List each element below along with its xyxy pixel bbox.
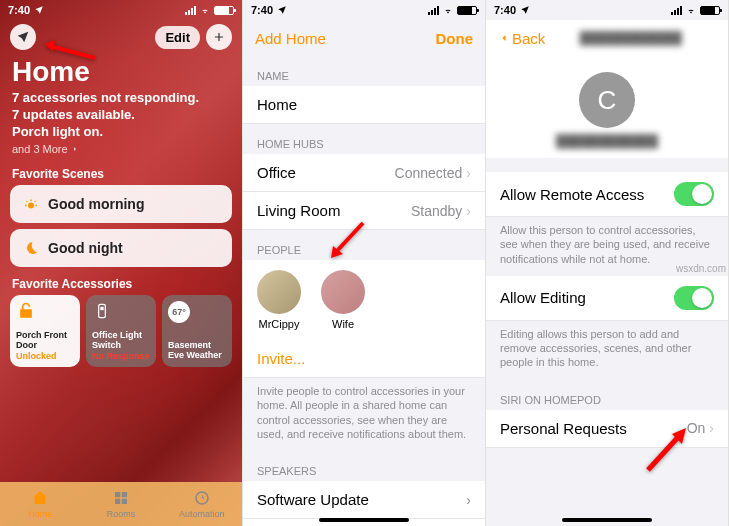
scene-label: Good morning <box>48 196 144 212</box>
wifi-icon <box>442 6 454 15</box>
scene-good-night[interactable]: Good night <box>10 229 232 267</box>
plus-icon <box>212 30 226 44</box>
tile-state: No Response <box>92 351 150 361</box>
home-indicator[interactable] <box>562 518 652 522</box>
location-icon <box>520 5 530 15</box>
status-bar: 7:40 <box>0 0 242 20</box>
wifi-icon <box>199 6 211 15</box>
back-button[interactable]: Back <box>498 30 545 47</box>
people-row: MrCippy Wife <box>243 260 485 340</box>
home-name-input[interactable] <box>257 96 471 113</box>
battery-icon <box>457 6 477 15</box>
hub-office[interactable]: Office Connected› <box>243 154 485 192</box>
person-email-redacted: ████████████ <box>556 134 658 148</box>
svg-rect-3 <box>115 492 120 497</box>
allow-editing-row: Allow Editing <box>486 276 728 321</box>
phone-home-settings: 7:40 Add Home Done NAME HOME HUBS Office… <box>243 0 486 526</box>
editing-footer: Editing allows this person to add and re… <box>486 321 728 380</box>
location-arrow-icon <box>16 30 30 44</box>
lock-open-icon <box>16 301 36 321</box>
add-home-button[interactable]: Add Home <box>255 30 326 47</box>
svg-rect-4 <box>122 492 127 497</box>
location-icon <box>34 5 44 15</box>
tile-porch-door[interactable]: Porch Front Door Unlocked <box>10 295 80 367</box>
nav-bar: Add Home Done <box>243 20 485 56</box>
battery-icon <box>700 6 720 15</box>
tile-name: Office Light Switch <box>92 331 150 351</box>
home-status-1: 7 accessories not responding. <box>0 90 242 107</box>
avatar <box>321 270 365 314</box>
tab-rooms[interactable]: Rooms <box>81 482 162 526</box>
switch-icon <box>92 301 112 321</box>
location-icon <box>277 5 287 15</box>
chevron-left-icon <box>498 30 510 46</box>
svg-rect-1 <box>99 304 106 317</box>
svg-rect-5 <box>115 499 120 504</box>
add-button[interactable] <box>206 24 232 50</box>
red-arrow-annotation <box>323 218 373 272</box>
svg-rect-6 <box>122 499 127 504</box>
svg-point-0 <box>28 202 34 208</box>
temp-icon: 67° <box>168 301 190 323</box>
tile-state: Unlocked <box>16 351 74 361</box>
home-status-3: Porch light on. <box>0 124 242 141</box>
avatar <box>257 270 301 314</box>
battery-icon <box>214 6 234 15</box>
tile-office-switch[interactable]: Office Light Switch No Response <box>86 295 156 367</box>
scenes-header: Favorite Scenes <box>0 167 242 185</box>
siri-header: SIRI ON HOMEPOD <box>486 380 728 410</box>
remote-access-row: Allow Remote Access <box>486 172 728 217</box>
nav-bar: Back ████████████ <box>486 20 728 56</box>
name-field-row[interactable] <box>243 86 485 124</box>
status-bar: 7:40 <box>486 0 728 20</box>
person-wife[interactable]: Wife <box>321 270 365 330</box>
status-time: 7:40 <box>251 4 273 16</box>
chevron-right-icon: › <box>466 492 471 508</box>
person-header: C ████████████ <box>486 56 728 158</box>
done-button[interactable]: Done <box>436 30 474 47</box>
wifi-icon <box>685 6 697 15</box>
accessories-header: Favorite Accessories <box>0 277 242 295</box>
scene-label: Good night <box>48 240 123 256</box>
home-indicator[interactable] <box>319 518 409 522</box>
signal-icon <box>185 6 196 15</box>
home-icon <box>31 489 49 507</box>
scene-good-morning[interactable]: Good morning <box>10 185 232 223</box>
name-header: NAME <box>243 56 485 86</box>
chevron-right-icon: › <box>466 165 471 181</box>
status-time: 7:40 <box>494 4 516 16</box>
invite-footer: Invite people to control accessories in … <box>243 378 485 451</box>
invite-link[interactable]: Invite... <box>243 340 485 378</box>
svg-rect-2 <box>100 307 103 310</box>
nav-title-redacted: ████████████ <box>580 31 682 45</box>
tab-automation[interactable]: Automation <box>161 482 242 526</box>
phone-home: 7:40 Edit Home 7 accessories <box>0 0 243 526</box>
avatar-large: C <box>579 72 635 128</box>
chevron-right-icon: › <box>466 203 471 219</box>
chevron-right-icon <box>71 145 79 153</box>
remote-access-toggle[interactable] <box>674 182 714 206</box>
tab-home[interactable]: Home <box>0 482 81 526</box>
rooms-icon <box>112 489 130 507</box>
watermark: wsxdn.com <box>676 263 726 274</box>
software-update-row[interactable]: Software Update › <box>243 481 485 519</box>
signal-icon <box>428 6 439 15</box>
home-status-2: 7 updates available. <box>0 107 242 124</box>
red-arrow-annotation <box>638 420 698 484</box>
speakers-header: SPEAKERS <box>243 451 485 481</box>
tile-name: Porch Front Door <box>16 331 74 351</box>
person-mrcippy[interactable]: MrCippy <box>257 270 301 330</box>
status-bar: 7:40 <box>243 0 485 20</box>
tile-name: Basement Eve Weather <box>168 341 226 361</box>
status-time: 7:40 <box>8 4 30 16</box>
edit-button[interactable]: Edit <box>155 26 200 49</box>
tab-bar: Home Rooms Automation <box>0 482 242 526</box>
allow-editing-toggle[interactable] <box>674 286 714 310</box>
sunrise-icon <box>22 195 40 213</box>
home-location-button[interactable] <box>10 24 36 50</box>
chevron-right-icon: › <box>709 420 714 436</box>
tile-weather[interactable]: 67° Basement Eve Weather <box>162 295 232 367</box>
home-title: Home <box>0 54 242 90</box>
automation-icon <box>193 489 211 507</box>
more-link[interactable]: and 3 More <box>0 141 242 157</box>
